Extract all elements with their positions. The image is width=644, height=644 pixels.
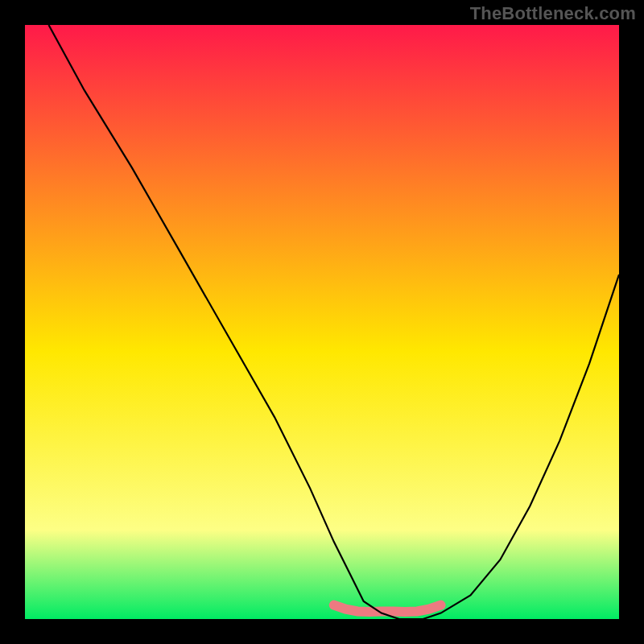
watermark-text: TheBottleneck.com [470,3,636,24]
chart-svg [25,25,619,619]
gradient-background [25,25,619,619]
plot-area [25,25,619,619]
chart-frame: TheBottleneck.com [0,0,644,644]
